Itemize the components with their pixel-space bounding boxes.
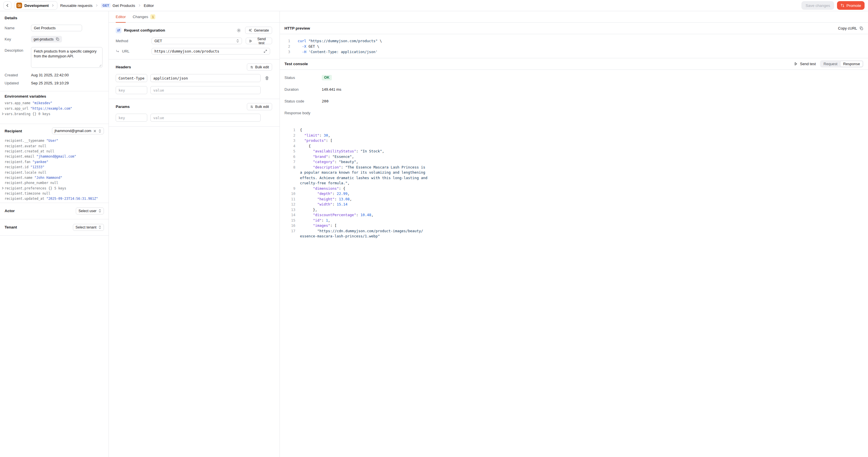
recipient-properties-list: recipient.__typename"User"recipient.avat… <box>5 138 104 202</box>
response-body-label: Response body <box>284 111 322 115</box>
test-console-body: Status OK Duration 149.441 ms Status cod… <box>280 70 434 116</box>
variable-key: recipient.preferences <box>5 186 46 190</box>
line-number: 12 <box>284 202 296 207</box>
tab-editor[interactable]: Editor <box>116 11 126 22</box>
chevron-right-icon <box>138 4 141 7</box>
breadcrumb-editor[interactable]: Editor <box>144 3 154 8</box>
variable-row: recipient.fan"yankee" <box>5 159 104 164</box>
url-label: URL <box>122 49 129 53</box>
details-sidebar: Details Name Key get-products Descriptio… <box>0 11 109 228</box>
environment-variables-section: Environment variables vars.app_name"mike… <box>0 91 108 124</box>
method-select[interactable]: GET <box>152 38 242 44</box>
line-number: 2 <box>284 43 290 49</box>
trash-icon[interactable] <box>265 76 269 80</box>
expand-icon[interactable] <box>264 50 267 53</box>
description-textarea[interactable]: Fetch products from a specific category … <box>31 47 102 68</box>
code-line: 11 "height": 13.08, <box>284 196 434 202</box>
variable-value: null <box>46 149 54 153</box>
variable-value: null <box>50 181 58 185</box>
variable-key: recipient.created_at <box>5 149 44 153</box>
variable-value: "12333" <box>30 165 44 169</box>
variable-row: recipient.updated_at"2025-09-23T14:56:31… <box>5 196 104 201</box>
description-label: Description <box>5 47 31 53</box>
params-bulk-edit-button[interactable]: Bulk edit <box>247 103 272 110</box>
created-label: Created <box>5 73 31 77</box>
code-line: 7 "category": "beauty", <box>284 159 434 165</box>
updated-label: Updated <box>5 81 31 85</box>
code-line: 6 "brand": "Essence", <box>284 154 434 160</box>
method-label: Method <box>116 39 152 43</box>
chevron-right-icon[interactable] <box>1 187 4 190</box>
code-line: 9 "dimensions": { <box>284 186 434 191</box>
header-key-input[interactable] <box>116 86 147 94</box>
generate-button[interactable]: Generate <box>245 27 272 34</box>
environment-switcher[interactable]: Development <box>14 1 57 10</box>
curl-code-block: 1curl "https://dummyjson.com/products" \… <box>280 34 434 58</box>
test-console-header: Test console Send test Request Response <box>280 58 434 70</box>
http-preview-header: HTTP preview Copy cURL <box>280 23 434 34</box>
variable-row[interactable]: recipient.preferences{} 5 keys <box>5 186 104 191</box>
environment-variables-title: Environment variables <box>5 94 104 98</box>
code-line: 16 "images": [ <box>284 223 434 228</box>
chevron-up-down-icon <box>98 225 101 228</box>
chevron-left-icon <box>5 3 9 7</box>
copy-icon[interactable] <box>56 37 59 41</box>
actor-select[interactable]: Select user <box>76 208 104 214</box>
line-number: 16 <box>284 223 296 228</box>
recipient-section: Recipient jhammond@gmail.com recipient._… <box>0 124 108 203</box>
swap-arrows-icon <box>250 105 253 109</box>
headers-bulk-edit-button[interactable]: Bulk edit <box>247 63 272 71</box>
request-configuration-section: Request configuration Generate Method GE… <box>109 23 280 59</box>
param-value-input[interactable] <box>150 114 260 122</box>
header-value-input[interactable] <box>150 74 260 82</box>
actor-section: Actor Select user <box>0 203 108 219</box>
breadcrumb-request[interactable]: GET Get Products <box>101 3 135 8</box>
variable-value: null <box>38 171 46 175</box>
updated-value: Sep 25 2025, 19:10:29 <box>31 81 69 85</box>
back-button[interactable] <box>3 1 11 9</box>
code-line: 3 -H 'Content-Type: application/json' <box>284 49 434 55</box>
play-icon <box>249 39 252 43</box>
tab-changes[interactable]: Changes 1 <box>133 11 155 22</box>
header-value-input[interactable] <box>150 86 260 94</box>
variable-key: recipient.timezone <box>5 191 40 195</box>
status-code-label: Status code <box>284 99 322 103</box>
status-badge: OK <box>322 75 332 80</box>
line-number: 7 <box>284 159 296 165</box>
name-input[interactable] <box>31 25 82 31</box>
chevron-up-down-icon <box>236 39 239 43</box>
resize-handle-icon[interactable] <box>99 64 102 67</box>
variable-row: recipient.__typename"User" <box>5 138 104 143</box>
code-line: 3 "products": [ <box>284 138 434 144</box>
tenant-select[interactable]: Select tenant <box>73 224 104 228</box>
breadcrumb-reusable-requests[interactable]: Reusable requests <box>60 3 93 8</box>
chevron-right-icon[interactable] <box>1 112 4 115</box>
variable-row: recipient.email"jhammond@gmail.com" <box>5 154 104 159</box>
settings-gear-icon[interactable] <box>237 28 241 33</box>
url-input[interactable]: https://dummyjson.com/products <box>152 48 270 55</box>
actor-select-value: Select user <box>79 209 96 213</box>
code-line: 13 }, <box>284 207 434 213</box>
changes-count-badge: 1 <box>150 14 155 19</box>
chevron-up-down-icon <box>98 129 101 133</box>
recipient-select[interactable]: jhammond@gmail.com <box>52 127 104 134</box>
editor-panel: Editor Changes 1 Request configuration G… <box>109 11 280 228</box>
clear-icon[interactable] <box>93 129 96 133</box>
line-number: 9 <box>284 186 296 191</box>
header-key-input[interactable] <box>116 74 147 82</box>
send-test-button[interactable]: Send test <box>246 38 272 44</box>
params-title: Params <box>116 104 130 109</box>
variable-row: vars.app_name"mikesdev" <box>5 100 104 105</box>
variable-row[interactable]: vars.branding{} 0 keys <box>5 111 104 117</box>
actor-title: Actor <box>5 209 14 213</box>
status-label: Status <box>284 75 322 80</box>
code-line: 1{ <box>284 127 434 133</box>
variable-key: recipient.locale <box>5 171 36 175</box>
code-line: 15 "id": 1, <box>284 218 434 223</box>
param-key-input[interactable] <box>116 114 147 122</box>
variable-value: null <box>38 144 46 148</box>
code-line: 14 "discountPercentage": 10.48, <box>284 212 434 218</box>
variable-key: recipient.fan <box>5 160 30 164</box>
variable-value: {} 0 keys <box>32 112 50 116</box>
variable-value: null <box>42 191 51 195</box>
